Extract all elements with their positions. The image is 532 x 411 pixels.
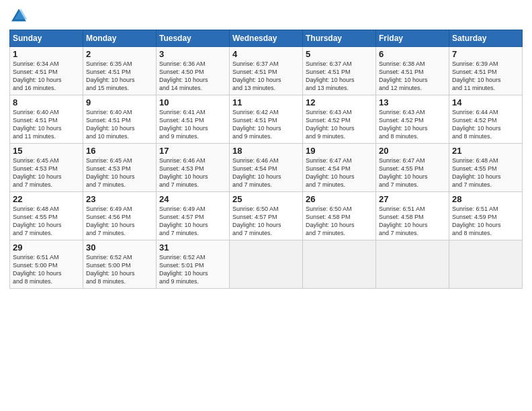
day-number: 26 [306, 194, 373, 204]
day-number: 20 [379, 146, 446, 156]
calendar-cell: 11Sunrise: 6:42 AM Sunset: 4:51 PM Dayli… [230, 95, 303, 144]
day-number: 16 [86, 146, 153, 156]
calendar-cell: 21Sunrise: 6:48 AM Sunset: 4:55 PM Dayli… [449, 144, 523, 192]
calendar-cell [303, 240, 376, 289]
header-row [9, 7, 523, 26]
day-info: Sunrise: 6:40 AM Sunset: 4:51 PM Dayligh… [86, 108, 153, 141]
calendar-cell: 14Sunrise: 6:44 AM Sunset: 4:52 PM Dayli… [449, 95, 523, 144]
day-number: 31 [159, 242, 226, 253]
day-info: Sunrise: 6:48 AM Sunset: 4:55 PM Dayligh… [452, 156, 519, 189]
day-number: 28 [452, 194, 519, 204]
day-info: Sunrise: 6:42 AM Sunset: 4:51 PM Dayligh… [232, 108, 300, 141]
day-number: 1 [13, 49, 80, 59]
day-info: Sunrise: 6:39 AM Sunset: 4:51 PM Dayligh… [452, 60, 519, 93]
day-info: Sunrise: 6:45 AM Sunset: 4:53 PM Dayligh… [86, 156, 153, 189]
calendar-cell: 18Sunrise: 6:46 AM Sunset: 4:54 PM Dayli… [230, 144, 303, 192]
logo [9, 7, 30, 26]
day-header-wednesday: Wednesday [230, 30, 303, 47]
calendar-cell [376, 240, 449, 289]
day-info: Sunrise: 6:40 AM Sunset: 4:51 PM Dayligh… [13, 108, 80, 141]
calendar-cell: 29Sunrise: 6:51 AM Sunset: 5:00 PM Dayli… [10, 240, 83, 289]
day-number: 2 [86, 49, 153, 59]
calendar-header-row: SundayMondayTuesdayWednesdayThursdayFrid… [10, 30, 523, 47]
day-number: 29 [13, 242, 80, 253]
day-header-saturday: Saturday [449, 30, 523, 47]
day-number: 19 [306, 146, 373, 156]
calendar-cell: 24Sunrise: 6:49 AM Sunset: 4:57 PM Dayli… [157, 192, 230, 240]
day-info: Sunrise: 6:49 AM Sunset: 4:57 PM Dayligh… [159, 205, 226, 238]
calendar-cell: 7Sunrise: 6:39 AM Sunset: 4:51 PM Daylig… [449, 47, 523, 95]
day-number: 12 [306, 97, 373, 107]
calendar-cell: 13Sunrise: 6:43 AM Sunset: 4:52 PM Dayli… [376, 95, 449, 144]
day-number: 15 [13, 146, 80, 156]
day-info: Sunrise: 6:34 AM Sunset: 4:51 PM Dayligh… [13, 60, 80, 93]
day-header-sunday: Sunday [10, 30, 83, 47]
calendar-week-1: 1Sunrise: 6:34 AM Sunset: 4:51 PM Daylig… [10, 47, 523, 95]
calendar-week-4: 22Sunrise: 6:48 AM Sunset: 4:55 PM Dayli… [10, 192, 523, 240]
day-info: Sunrise: 6:50 AM Sunset: 4:57 PM Dayligh… [232, 205, 300, 238]
calendar-table: SundayMondayTuesdayWednesdayThursdayFrid… [9, 30, 523, 289]
calendar-cell: 16Sunrise: 6:45 AM Sunset: 4:53 PM Dayli… [83, 144, 157, 192]
day-number: 27 [379, 194, 446, 204]
logo-icon [9, 7, 28, 26]
day-info: Sunrise: 6:49 AM Sunset: 4:56 PM Dayligh… [86, 205, 153, 238]
calendar-cell [230, 240, 303, 289]
calendar-cell: 15Sunrise: 6:45 AM Sunset: 4:53 PM Dayli… [10, 144, 83, 192]
day-number: 6 [379, 49, 446, 59]
calendar-week-3: 15Sunrise: 6:45 AM Sunset: 4:53 PM Dayli… [10, 144, 523, 192]
day-number: 21 [452, 146, 519, 156]
day-number: 22 [13, 194, 80, 204]
calendar-cell: 31Sunrise: 6:52 AM Sunset: 5:01 PM Dayli… [157, 240, 230, 289]
day-info: Sunrise: 6:51 AM Sunset: 4:58 PM Dayligh… [379, 205, 446, 238]
main-container: SundayMondayTuesdayWednesdayThursdayFrid… [0, 0, 532, 294]
calendar-cell: 1Sunrise: 6:34 AM Sunset: 4:51 PM Daylig… [10, 47, 83, 95]
calendar-cell: 23Sunrise: 6:49 AM Sunset: 4:56 PM Dayli… [83, 192, 157, 240]
day-info: Sunrise: 6:43 AM Sunset: 4:52 PM Dayligh… [379, 108, 446, 141]
day-info: Sunrise: 6:45 AM Sunset: 4:53 PM Dayligh… [13, 156, 80, 189]
calendar-cell [449, 240, 523, 289]
day-number: 11 [232, 97, 300, 107]
day-number: 7 [452, 49, 519, 59]
day-info: Sunrise: 6:37 AM Sunset: 4:51 PM Dayligh… [306, 60, 373, 93]
day-number: 5 [306, 49, 373, 59]
day-info: Sunrise: 6:47 AM Sunset: 4:54 PM Dayligh… [306, 156, 373, 189]
day-info: Sunrise: 6:47 AM Sunset: 4:55 PM Dayligh… [379, 156, 446, 189]
calendar-cell: 12Sunrise: 6:43 AM Sunset: 4:52 PM Dayli… [303, 95, 376, 144]
day-number: 23 [86, 194, 153, 204]
day-number: 18 [232, 146, 300, 156]
calendar-cell: 9Sunrise: 6:40 AM Sunset: 4:51 PM Daylig… [83, 95, 157, 144]
day-info: Sunrise: 6:46 AM Sunset: 4:53 PM Dayligh… [159, 156, 226, 189]
day-number: 30 [86, 242, 153, 253]
calendar-cell: 27Sunrise: 6:51 AM Sunset: 4:58 PM Dayli… [376, 192, 449, 240]
day-number: 24 [159, 194, 226, 204]
calendar-cell: 25Sunrise: 6:50 AM Sunset: 4:57 PM Dayli… [230, 192, 303, 240]
calendar-week-2: 8Sunrise: 6:40 AM Sunset: 4:51 PM Daylig… [10, 95, 523, 144]
day-number: 4 [232, 49, 300, 59]
day-number: 9 [86, 97, 153, 107]
day-info: Sunrise: 6:46 AM Sunset: 4:54 PM Dayligh… [232, 156, 300, 189]
day-info: Sunrise: 6:38 AM Sunset: 4:51 PM Dayligh… [379, 60, 446, 93]
calendar-cell: 19Sunrise: 6:47 AM Sunset: 4:54 PM Dayli… [303, 144, 376, 192]
calendar-cell: 2Sunrise: 6:35 AM Sunset: 4:51 PM Daylig… [83, 47, 157, 95]
day-number: 8 [13, 97, 80, 107]
calendar-cell: 17Sunrise: 6:46 AM Sunset: 4:53 PM Dayli… [157, 144, 230, 192]
day-number: 14 [452, 97, 519, 107]
day-info: Sunrise: 6:52 AM Sunset: 5:00 PM Dayligh… [86, 253, 153, 286]
calendar-week-5: 29Sunrise: 6:51 AM Sunset: 5:00 PM Dayli… [10, 240, 523, 289]
calendar-cell: 28Sunrise: 6:51 AM Sunset: 4:59 PM Dayli… [449, 192, 523, 240]
day-info: Sunrise: 6:35 AM Sunset: 4:51 PM Dayligh… [86, 60, 153, 93]
calendar-cell: 4Sunrise: 6:37 AM Sunset: 4:51 PM Daylig… [230, 47, 303, 95]
day-number: 17 [159, 146, 226, 156]
day-info: Sunrise: 6:37 AM Sunset: 4:51 PM Dayligh… [232, 60, 300, 93]
calendar-cell: 3Sunrise: 6:36 AM Sunset: 4:50 PM Daylig… [157, 47, 230, 95]
day-number: 13 [379, 97, 446, 107]
day-header-friday: Friday [376, 30, 449, 47]
day-info: Sunrise: 6:52 AM Sunset: 5:01 PM Dayligh… [159, 253, 226, 286]
day-number: 25 [232, 194, 300, 204]
day-number: 3 [159, 49, 226, 59]
day-info: Sunrise: 6:43 AM Sunset: 4:52 PM Dayligh… [306, 108, 373, 141]
calendar-cell: 22Sunrise: 6:48 AM Sunset: 4:55 PM Dayli… [10, 192, 83, 240]
day-info: Sunrise: 6:41 AM Sunset: 4:51 PM Dayligh… [159, 108, 226, 141]
day-info: Sunrise: 6:36 AM Sunset: 4:50 PM Dayligh… [159, 60, 226, 93]
calendar-cell: 26Sunrise: 6:50 AM Sunset: 4:58 PM Dayli… [303, 192, 376, 240]
